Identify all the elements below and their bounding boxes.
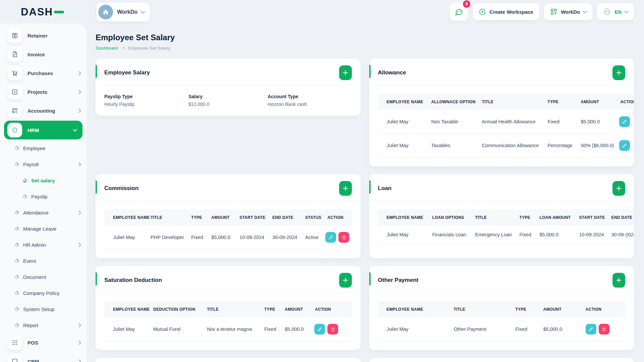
workspace-switcher[interactable]: WorkDo (96, 3, 150, 21)
chevron-right-icon (77, 323, 81, 327)
sidebar-item-label: POS (28, 340, 72, 346)
edit-button[interactable] (314, 324, 325, 335)
workdo-menu-button[interactable]: WorkDo (544, 3, 592, 20)
type-cell: Fixed (544, 110, 577, 134)
column-header: Employee Name (104, 209, 147, 226)
table-row: Juliet May Financials Loan Emergency Loa… (378, 226, 634, 244)
add-saturation-deduction-button[interactable] (339, 273, 352, 288)
payslip-type-field: Payslip Type Hourly Payslip (104, 94, 189, 107)
saturation-deduction-table: Employee Name Deduction Option Title Typ… (104, 301, 352, 341)
create-workspace-label: Create Workspace (489, 9, 533, 15)
add-employee-salary-button[interactable] (339, 65, 352, 80)
pencil-icon (622, 143, 627, 148)
card-title: Other Payment (378, 277, 419, 284)
sidebar-item-label: Company Policy (23, 290, 80, 296)
table-row: Juliet May Other Payment Fixed $5,000.0 (378, 317, 626, 341)
sidebar-item-label: HR Admin (23, 242, 73, 248)
column-header: Action (616, 94, 634, 110)
add-other-payment-button[interactable] (612, 273, 625, 288)
sidebar-item-report[interactable]: Report (0, 317, 87, 333)
delete-button[interactable] (599, 324, 609, 335)
sidebar-item-accounting[interactable]: Accounting (0, 101, 87, 120)
messages-button[interactable]: 0 (450, 3, 468, 21)
amount-cell: $5,000.0 (577, 110, 616, 134)
column-header: Employee Name (378, 94, 427, 110)
column-header: Amount (207, 209, 235, 226)
allowance-table: Employee Name Allownace Option Title Typ… (378, 94, 634, 158)
column-header: Deduction Option (149, 301, 203, 317)
field-value: Horizon Bank cash (268, 102, 352, 107)
bullet-icon (15, 323, 18, 327)
sidebar-item-document[interactable]: Document (0, 269, 87, 285)
chevron-right-icon (77, 90, 81, 94)
column-header: Employee Name (378, 209, 428, 226)
chat-icon (454, 7, 463, 16)
bullet-icon (15, 291, 18, 295)
sidebar-item-event[interactable]: Event (0, 253, 87, 269)
employee-salary-fields: Payslip Type Hourly Payslip Salary $12,0… (96, 85, 361, 116)
sidebar: Retainer Invoice Purchases Projects (0, 23, 87, 362)
column-header: Title (471, 209, 516, 226)
sidebar-item-set-salary[interactable]: Set salary (0, 172, 87, 188)
create-workspace-button[interactable]: Create Workspace (473, 3, 539, 20)
add-commission-button[interactable] (339, 181, 352, 196)
pencil-icon (317, 327, 322, 332)
sidebar-item-retainer[interactable]: Retainer (0, 26, 87, 45)
account-type-field: Account Type Horizon Bank cash (268, 94, 352, 107)
end-date-cell: 30-09-2024 (607, 226, 634, 244)
sidebar-item-company-policy[interactable]: Company Policy (0, 285, 87, 301)
company-contribution-card: Company Contribution (369, 358, 634, 362)
allowance-table-scroll[interactable]: Employee Name Allownace Option Title Typ… (378, 94, 634, 158)
sidebar-item-projects[interactable]: Projects (0, 82, 87, 101)
edit-button[interactable] (619, 116, 630, 127)
loan-table-scroll[interactable]: Employee Name Loan Options Title Type Lo… (378, 209, 634, 244)
pos-grid-icon (7, 335, 22, 350)
sidebar-item-invoice[interactable]: Invoice (0, 45, 87, 64)
sidebar-item-label: Accounting (28, 108, 72, 114)
column-header: Allownace Option (427, 94, 478, 110)
card-title: Loan (378, 185, 392, 192)
building-icon (102, 8, 109, 16)
sidebar-item-pos[interactable]: POS (0, 333, 87, 352)
table-row: Juliet May PHP Developer Fixed $5,000.0 … (104, 226, 352, 249)
language-selector[interactable]: EN (597, 3, 634, 20)
sidebar-item-attendance[interactable]: Attendance (0, 204, 87, 221)
table-header-row: Employee Name Title Type Amount Action (378, 301, 626, 317)
delete-button[interactable] (338, 232, 349, 243)
start-date-cell: 10-09-2024 (575, 226, 607, 244)
sidebar-item-crm[interactable]: CRM (0, 352, 87, 362)
sidebar-item-manage-leave[interactable]: Manage Leave (0, 221, 87, 237)
column-header: Amount (281, 301, 311, 317)
other-payment-card: Other Payment Employee Name Title Type A… (369, 266, 634, 350)
sidebar-item-payslip[interactable]: Payslip (0, 188, 87, 204)
card-body: Employee Name Allownace Option Title Typ… (369, 85, 634, 166)
sidebar-item-employee[interactable]: Employee (0, 140, 87, 156)
dash-logo: DASH (21, 6, 64, 18)
sidebar-item-payroll[interactable]: Payroll (0, 156, 87, 172)
sidebar-item-label: CRM (28, 359, 72, 362)
sidebar-item-hrm[interactable]: HRM (4, 121, 83, 139)
loan-table: Employee Name Loan Options Title Type Lo… (378, 209, 634, 244)
column-header: Status (301, 209, 323, 226)
invoice-icon (7, 47, 22, 62)
sidebar-item-purchases[interactable]: Purchases (0, 64, 87, 82)
edit-button[interactable] (619, 140, 630, 151)
amount-cell: 50% ($6,000.0) (577, 134, 616, 158)
delete-button[interactable] (327, 324, 338, 335)
type-cell: Fixed (512, 317, 539, 341)
amount-cell: $5,000.0 (281, 317, 311, 341)
column-header: Loan Amount (536, 209, 575, 226)
edit-button[interactable] (586, 324, 596, 335)
start-date-cell: 10-09-2024 (235, 226, 268, 249)
deduction-option-cell: Mutual Fund (149, 317, 203, 341)
add-loan-button[interactable] (612, 181, 625, 196)
add-allowance-button[interactable] (612, 65, 625, 80)
trash-icon (601, 327, 606, 332)
sidebar-item-system-setup[interactable]: System Setup (0, 301, 87, 317)
breadcrumb-dashboard-link[interactable]: Dashboard (96, 46, 118, 51)
card-header: Loan (369, 174, 634, 200)
column-header: Start Date (575, 209, 607, 226)
sidebar-item-hr-admin[interactable]: HR Admin (0, 237, 87, 253)
column-header: Type (544, 94, 577, 110)
edit-button[interactable] (325, 232, 336, 243)
